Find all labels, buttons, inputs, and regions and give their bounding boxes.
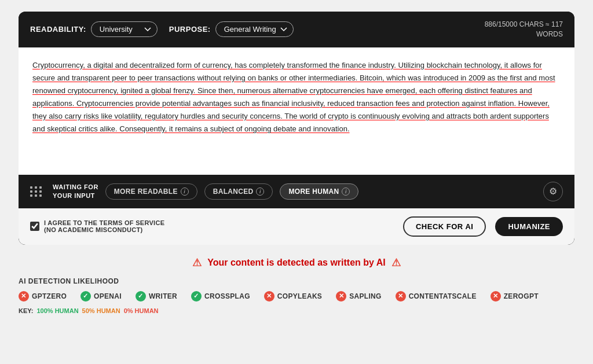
pass-icon: ✓ — [191, 291, 202, 302]
main-card: READABILITY: High School University PhD … — [19, 12, 574, 245]
detection-item: ✕ZEROGPT — [490, 291, 539, 302]
pass-icon: ✓ — [136, 291, 146, 302]
detection-item: ✕GPTZERO — [19, 291, 67, 302]
more-human-button[interactable]: MORE HUMAN i — [280, 183, 358, 200]
bottom-bar: WAITING FOR YOUR INPUT MORE READABLE i B… — [19, 175, 574, 208]
check-ai-button[interactable]: CHECK FOR AI — [403, 216, 486, 237]
fail-icon: ✕ — [264, 291, 274, 302]
alert-text: ⚠ Your content is detected as written by… — [19, 256, 574, 269]
balanced-button[interactable]: BALANCED i — [204, 183, 273, 200]
detection-title: AI DETECTION LIKELIHOOD — [19, 277, 574, 285]
humanize-button[interactable]: HUMANIZE — [495, 217, 563, 236]
purpose-dropdown[interactable]: General Writing Essay Article Story Cove… — [215, 21, 294, 37]
char-count: 886/15000 CHARS ≈ 117 WORDS — [485, 20, 563, 39]
readability-dropdown[interactable]: High School University PhD Marketing Leg… — [91, 21, 158, 37]
text-content[interactable]: Cryptocurrency, a digital and decentrali… — [32, 59, 561, 136]
warning-icon-right: ⚠ — [391, 256, 401, 269]
gear-icon: ⚙ — [549, 186, 557, 197]
fail-icon: ✕ — [396, 291, 406, 302]
readability-group: READABILITY: High School University PhD … — [30, 21, 158, 37]
detection-item: ✕SAPLING — [336, 291, 381, 302]
text-area-section: Cryptocurrency, a digital and decentrali… — [19, 47, 574, 175]
detection-item-label: ZEROGPT — [504, 292, 539, 300]
warning-icon-left: ⚠ — [192, 256, 202, 269]
grid-icon — [30, 186, 42, 197]
purpose-label: PURPOSE: — [169, 25, 211, 34]
more-readable-info-icon[interactable]: i — [181, 187, 189, 196]
readability-label: READABILITY: — [30, 25, 86, 34]
detection-item: ✕CONTENTATSCALE — [396, 291, 477, 302]
fail-icon: ✕ — [490, 291, 501, 302]
detection-grid: ✕GPTZERO✓OPENAI✓WRITER✓CROSSPLAG✕COPYLEA… — [19, 291, 574, 302]
balanced-info-icon[interactable]: i — [256, 187, 264, 196]
purpose-group: PURPOSE: General Writing Essay Article S… — [169, 21, 294, 37]
more-readable-button[interactable]: MORE READABLE i — [105, 183, 197, 200]
header-bar: READABILITY: High School University PhD … — [19, 12, 574, 47]
alert-section: ⚠ Your content is detected as written by… — [19, 256, 574, 269]
key-section: KEY: 100% HUMAN 50% HUMAN 0% HUMAN — [19, 307, 574, 314]
more-human-info-icon[interactable]: i — [342, 187, 350, 196]
detection-item-label: CONTENTATSCALE — [409, 292, 477, 300]
detection-item-label: COPYLEAKS — [277, 292, 322, 300]
footer-bar: I AGREE TO THE TERMS OF SERVICE (NO ACAD… — [19, 208, 574, 245]
fail-icon: ✕ — [336, 291, 346, 302]
detection-item: ✓WRITER — [136, 291, 177, 302]
detection-item-label: OPENAI — [94, 292, 122, 300]
detection-item-label: GPTZERO — [32, 292, 67, 300]
detection-item: ✓OPENAI — [80, 291, 122, 302]
detection-item-label: SAPLING — [349, 292, 381, 300]
terms-label[interactable]: I AGREE TO THE TERMS OF SERVICE (NO ACAD… — [30, 219, 164, 233]
settings-button[interactable]: ⚙ — [543, 182, 563, 201]
detection-section: AI DETECTION LIKELIHOOD ✕GPTZERO✓OPENAI✓… — [19, 277, 574, 314]
waiting-text: WAITING FOR YOUR INPUT — [53, 183, 98, 200]
detection-item: ✕COPYLEAKS — [264, 291, 322, 302]
terms-checkbox[interactable] — [30, 222, 39, 231]
detection-item: ✓CROSSPLAG — [191, 291, 250, 302]
fail-icon: ✕ — [19, 291, 29, 302]
pass-icon: ✓ — [80, 291, 91, 302]
detection-item-label: WRITER — [149, 292, 177, 300]
detection-item-label: CROSSPLAG — [204, 292, 250, 300]
